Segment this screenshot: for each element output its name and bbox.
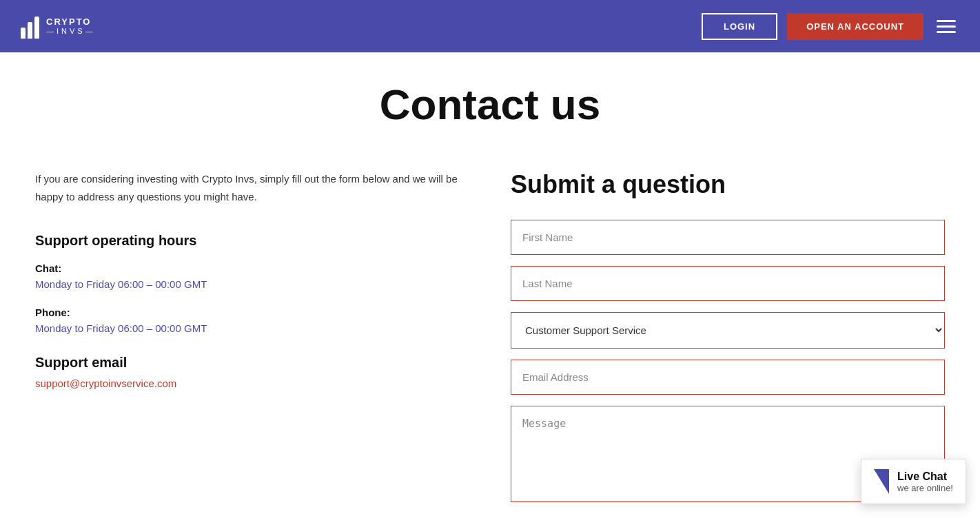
email-group — [511, 360, 945, 395]
logo-top: CRYPTO — [46, 17, 96, 28]
open-account-button[interactable]: OPEN AN ACCOUNT — [787, 13, 923, 40]
logo-text: CRYPTO —INVS— — [46, 17, 96, 37]
service-group: Customer Support ServiceTechnical Suppor… — [511, 312, 945, 349]
page-title: Contact us — [14, 80, 966, 129]
logo-area: CRYPTO —INVS— — [21, 14, 96, 39]
page-title-section: Contact us — [0, 52, 980, 143]
live-chat-text: Live Chat we are online! — [897, 470, 953, 493]
hamburger-line-3 — [937, 31, 956, 33]
first-name-input[interactable] — [511, 220, 945, 255]
form-title: Submit a question — [511, 170, 945, 199]
support-hours-title: Support operating hours — [35, 233, 469, 249]
header: CRYPTO —INVS— LOGIN OPEN AN ACCOUNT — [0, 0, 980, 52]
logo-bar-1 — [21, 28, 25, 39]
hamburger-line-2 — [937, 25, 956, 28]
chat-label: Chat: — [35, 262, 469, 274]
last-name-input[interactable] — [511, 266, 945, 301]
last-name-group — [511, 266, 945, 301]
first-name-group — [511, 220, 945, 255]
phone-hours: Monday to Friday 06:00 – 00:00 GMT — [35, 322, 469, 334]
live-chat-widget[interactable]: Live Chat we are online! — [861, 459, 966, 504]
support-email-link[interactable]: support@cryptoinvservice.com — [35, 377, 176, 389]
hamburger-line-1 — [937, 20, 956, 22]
logo-bar-3 — [34, 17, 39, 39]
live-chat-icon — [874, 469, 889, 494]
logo-bottom: —INVS— — [46, 27, 96, 36]
left-column: If you are considering investing with Cr… — [35, 170, 469, 516]
chat-hours: Monday to Friday 06:00 – 00:00 GMT — [35, 278, 469, 290]
header-right: LOGIN OPEN AN ACCOUNT — [702, 13, 959, 40]
logo-bar-2 — [28, 22, 32, 39]
hamburger-menu[interactable] — [933, 17, 959, 37]
live-chat-title: Live Chat — [897, 470, 953, 483]
service-select[interactable]: Customer Support ServiceTechnical Suppor… — [511, 312, 945, 349]
support-email-section: Support email support@cryptoinvservice.c… — [35, 355, 469, 390]
live-chat-status: we are online! — [897, 483, 953, 493]
content-area: If you are considering investing with Cr… — [14, 143, 966, 518]
login-button[interactable]: LOGIN — [702, 13, 777, 40]
email-input[interactable] — [511, 360, 945, 395]
logo-icon — [21, 14, 39, 39]
support-email-title: Support email — [35, 355, 469, 371]
phone-label: Phone: — [35, 307, 469, 318]
intro-text: If you are considering investing with Cr… — [35, 170, 469, 205]
